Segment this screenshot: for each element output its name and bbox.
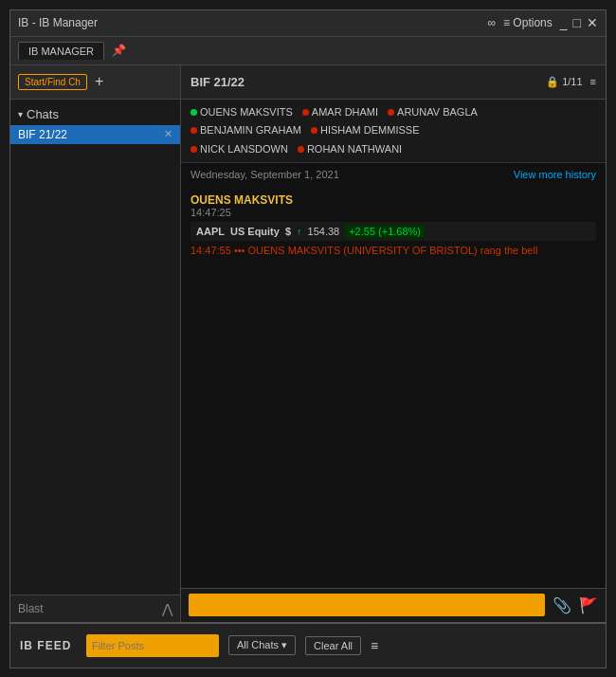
- add-chat-button[interactable]: +: [95, 73, 103, 90]
- options-button[interactable]: ≡ Options: [503, 16, 553, 29]
- start-find-button[interactable]: Start/Find Ch: [18, 74, 87, 90]
- close-chat-icon[interactable]: ✕: [164, 128, 172, 140]
- ticker-symbol: AAPL: [196, 226, 225, 237]
- main-window: IB - IB Manager ∞ ≡ Options _ □ ✕ IB MAN…: [9, 9, 607, 668]
- chats-section: ▾ Chats BIF 21/22 ✕: [10, 100, 180, 148]
- participant-name: AMAR DHAMI: [312, 104, 378, 121]
- participant-amar: AMAR DHAMI: [302, 104, 378, 121]
- chat-header-right: 🔒 1/11 ≡: [546, 76, 596, 88]
- chat-area: BIF 21/22 🔒 1/11 ≡ OUENS MAKSVITS AMAR D…: [181, 65, 606, 622]
- chat-input-bar: 📎 🚩: [181, 588, 606, 622]
- chat-menu-icon[interactable]: ≡: [590, 76, 596, 87]
- sidebar-header: Start/Find Ch +: [10, 65, 180, 100]
- participant-rohan: ROHAN NATHWANI: [298, 141, 402, 158]
- system-message-time: 14:47:55: [190, 245, 231, 256]
- chat-title: BIF 21/22: [190, 75, 245, 89]
- status-dot-red: [190, 127, 197, 134]
- system-message: 14:47:55 ••• OUENS MAKSVITS (UNIVERSITY …: [190, 245, 596, 256]
- date-label: Wednesday, September 1, 2021: [190, 169, 339, 180]
- ticker-row: AAPL US Equity $ ↑ 154.38 +2.55 (+1.68%): [190, 222, 596, 241]
- title-bar-left: IB - IB Manager: [18, 16, 98, 29]
- status-dot-red: [311, 127, 317, 134]
- participant-benjamin: BENJAMIN GRAHAM: [190, 122, 301, 139]
- chat-item-bif[interactable]: BIF 21/22 ✕: [10, 125, 180, 144]
- close-button[interactable]: ✕: [587, 15, 598, 30]
- sidebar: Start/Find Ch + ▾ Chats BIF 21/22 ✕ Blas…: [10, 65, 181, 622]
- participant-arunav: ARUNAV BAGLA: [388, 104, 478, 121]
- status-dot-green: [190, 109, 197, 116]
- page-indicator: 🔒 1/11: [546, 76, 582, 88]
- chats-arrow-icon: ▾: [18, 109, 23, 119]
- status-dot-red: [298, 146, 304, 153]
- filter-posts-input[interactable]: [86, 634, 219, 657]
- title-bar-right: ∞ ≡ Options _ □ ✕: [487, 15, 598, 30]
- blast-label: Blast: [18, 602, 44, 615]
- participant-name: ARUNAV BAGLA: [397, 104, 478, 121]
- message-time: 14:47:25: [190, 207, 596, 218]
- chat-header: BIF 21/22 🔒 1/11 ≡: [181, 65, 606, 100]
- participants-bar: OUENS MAKSVITS AMAR DHAMI ARUNAV BAGLA B…: [181, 100, 606, 164]
- participant-name: BENJAMIN GRAHAM: [200, 122, 301, 139]
- main-content: Start/Find Ch + ▾ Chats BIF 21/22 ✕ Blas…: [10, 65, 606, 622]
- participant-name: OUENS MAKSVITS: [200, 104, 293, 121]
- tab-bar: IB MANAGER 📌: [10, 37, 606, 65]
- message-sender: OUENS MAKSVITS: [190, 193, 596, 207]
- ticker-type: US Equity: [230, 226, 280, 237]
- title-bar: IB - IB Manager ∞ ≡ Options _ □ ✕: [10, 10, 606, 37]
- status-dot-red: [388, 109, 394, 116]
- ticker-change-pct: (+1.68%): [378, 226, 421, 237]
- flag-icon[interactable]: 🚩: [579, 596, 598, 614]
- chat-item-name: BIF 21/22: [18, 128, 67, 141]
- tab-label: IB MANAGER: [28, 46, 94, 57]
- status-dot-red: [302, 109, 309, 116]
- view-more-history-link[interactable]: View more history: [514, 169, 596, 180]
- participant-ouens: OUENS MAKSVITS: [190, 104, 293, 121]
- participant-nick: NICK LANSDOWN: [190, 141, 288, 158]
- ticker-change: +2.55 (+1.68%): [345, 225, 425, 238]
- ib-feed-label: IB FEED: [20, 639, 77, 652]
- message-2: 14:47:55 ••• OUENS MAKSVITS (UNIVERSITY …: [190, 245, 596, 256]
- participant-name: HISHAM DEMMISSE: [320, 122, 420, 139]
- window-controls: _ □ ✕: [560, 15, 598, 30]
- window-title: IB - IB Manager: [18, 16, 98, 29]
- minimize-button[interactable]: _: [560, 15, 568, 30]
- attachment-icon[interactable]: 📎: [553, 596, 571, 614]
- pin-icon: 📌: [112, 44, 126, 57]
- ticker-price: 154.38: [308, 226, 340, 237]
- chat-input[interactable]: [189, 594, 545, 616]
- participant-name: NICK LANSDOWN: [200, 141, 288, 158]
- ticker-currency: $: [285, 226, 291, 237]
- participant-name: ROHAN NATHWANI: [307, 141, 402, 158]
- ib-feed-bar: IB FEED All Chats ▾ Clear All ≡: [10, 622, 606, 668]
- blast-icon[interactable]: ⋀: [162, 601, 172, 616]
- chats-section-label: Chats: [27, 107, 59, 121]
- system-message-text: ••• OUENS MAKSVITS (UNIVERSITY OF BRISTO…: [234, 245, 537, 256]
- message-area[interactable]: OUENS MAKSVITS 14:47:25 AAPL US Equity $…: [181, 186, 606, 587]
- ticker-arrow-icon: ↑: [297, 226, 302, 237]
- ticker-change-value: +2.55: [349, 226, 375, 237]
- participant-hisham: HISHAM DEMMISSE: [311, 122, 420, 139]
- date-bar: Wednesday, September 1, 2021 View more h…: [181, 163, 606, 186]
- infinity-icon: ∞: [487, 16, 496, 29]
- status-dot-red: [190, 146, 197, 153]
- maximize-button[interactable]: □: [573, 15, 581, 30]
- feed-menu-icon[interactable]: ≡: [371, 638, 378, 653]
- all-chats-button[interactable]: All Chats ▾: [228, 635, 296, 655]
- tab-ib-manager[interactable]: IB MANAGER: [18, 42, 104, 60]
- chats-label: ▾ Chats: [10, 103, 180, 125]
- clear-all-button[interactable]: Clear All: [305, 636, 361, 655]
- message-1: OUENS MAKSVITS 14:47:25 AAPL US Equity $…: [190, 193, 596, 241]
- sidebar-footer: Blast ⋀: [10, 595, 180, 622]
